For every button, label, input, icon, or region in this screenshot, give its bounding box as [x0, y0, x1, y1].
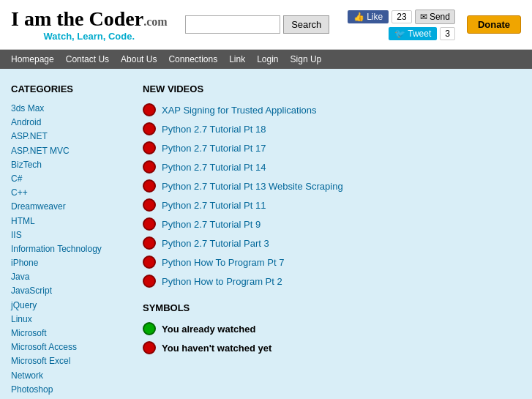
- category-item[interactable]: Microsoft Access: [11, 340, 128, 354]
- videos-heading: NEW VIDEOS: [143, 83, 521, 94]
- category-item[interactable]: iPhone: [11, 256, 128, 270]
- nav-item-connections[interactable]: Connections: [168, 54, 217, 64]
- video-item: Python 2.7 Tutorial Pt 14: [143, 160, 521, 174]
- unwatched-dot: [143, 275, 156, 288]
- tweet-button[interactable]: 🐦 Tweet: [389, 27, 437, 40]
- logo-com-text: .com: [143, 15, 167, 28]
- symbol-label: You already watched: [162, 324, 255, 335]
- main-content: CATEGORIES 3ds MaxAndroidASP.NETASP.NET …: [0, 69, 532, 399]
- send-icon: ✉: [420, 12, 427, 22]
- category-item[interactable]: Microsoft Excel: [11, 354, 128, 368]
- video-link[interactable]: Python How To Program Pt 7: [162, 257, 284, 268]
- nav-item-login[interactable]: Login: [257, 54, 278, 64]
- site-title: I am the Coder.com: [11, 7, 168, 31]
- video-link[interactable]: Python How to Program Pt 2: [162, 276, 282, 287]
- fb-row: 👍 Like 23 ✉ Send: [348, 10, 455, 24]
- nav-item-link[interactable]: Link: [229, 54, 245, 64]
- fb-like-icon: 👍: [353, 12, 364, 22]
- video-item: Python 2.7 Tutorial Pt 9: [143, 217, 521, 231]
- social-area: 👍 Like 23 ✉ Send 🐦 Tweet 3: [348, 10, 455, 40]
- category-item[interactable]: Linux: [11, 313, 128, 327]
- category-item[interactable]: Network: [11, 369, 128, 383]
- video-list: XAP Signing for Trusted ApplicationsPyth…: [143, 103, 521, 288]
- category-item[interactable]: Photoshop: [11, 383, 128, 397]
- category-item[interactable]: ASP.NET: [11, 130, 128, 143]
- facebook-like-button[interactable]: 👍 Like: [348, 10, 389, 23]
- send-label: Send: [430, 12, 450, 22]
- logo-main-text: I am the Coder: [11, 7, 143, 30]
- video-link[interactable]: Python 2.7 Tutorial Pt 14: [162, 162, 266, 173]
- category-item[interactable]: Java: [11, 270, 128, 284]
- videos-area: NEW VIDEOS XAP Signing for Trusted Appli…: [143, 83, 521, 399]
- search-area: Search: [185, 15, 329, 34]
- green-dot: [143, 322, 156, 335]
- logo-area: I am the Coder.com Watch, Learn, Code.: [11, 7, 168, 42]
- tweet-count: 3: [440, 27, 455, 40]
- unwatched-dot: [143, 256, 156, 269]
- video-link[interactable]: XAP Signing for Trusted Applications: [162, 105, 317, 116]
- category-item[interactable]: 3ds Max: [11, 102, 128, 116]
- category-item[interactable]: BizTech: [11, 158, 128, 172]
- category-item[interactable]: JavaScript: [11, 284, 128, 298]
- category-item[interactable]: Dreamweaver: [11, 200, 128, 214]
- video-item: Python 2.7 Tutorial Pt 17: [143, 141, 521, 154]
- video-item: XAP Signing for Trusted Applications: [143, 103, 521, 116]
- symbol-item: You already watched: [143, 322, 521, 335]
- unwatched-dot: [143, 236, 156, 250]
- nav-item-about-us[interactable]: About Us: [121, 54, 157, 64]
- category-item[interactable]: C#: [11, 172, 128, 186]
- video-link[interactable]: Python 2.7 Tutorial Pt 11: [162, 200, 266, 211]
- unwatched-dot: [143, 122, 156, 135]
- category-list: 3ds MaxAndroidASP.NETASP.NET MVCBizTechC…: [11, 102, 128, 399]
- category-item[interactable]: HTML: [11, 215, 128, 228]
- video-item: Python 2.7 Tutorial Pt 18: [143, 122, 521, 135]
- category-item[interactable]: C++: [11, 186, 128, 200]
- symbols-section: SYMBOLS You already watchedYou haven't w…: [143, 302, 521, 354]
- category-item[interactable]: Information Technology: [11, 242, 128, 256]
- unwatched-dot: [143, 179, 156, 193]
- tweet-row: 🐦 Tweet 3: [389, 27, 455, 40]
- fb-like-label: Like: [367, 12, 383, 22]
- fb-count: 23: [391, 10, 411, 23]
- video-item: Python 2.7 Tutorial Pt 11: [143, 198, 521, 212]
- nav-item-contact-us[interactable]: Contact Us: [66, 54, 109, 64]
- navigation: HomepageContact UsAbout UsConnectionsLin…: [0, 50, 532, 69]
- tagline: Watch, Learn, Code.: [11, 31, 168, 42]
- symbol-item: You haven't watched yet: [143, 341, 521, 354]
- category-item[interactable]: jQuery: [11, 299, 128, 313]
- unwatched-dot: [143, 160, 156, 174]
- video-item: Python How To Program Pt 7: [143, 256, 521, 269]
- red-dot: [143, 341, 156, 354]
- video-link[interactable]: Python 2.7 Tutorial Pt 17: [162, 143, 266, 154]
- symbol-list: You already watchedYou haven't watched y…: [143, 322, 521, 354]
- send-button[interactable]: ✉ Send: [415, 10, 455, 24]
- category-item[interactable]: IIS: [11, 228, 128, 242]
- categories-heading: CATEGORIES: [11, 83, 128, 94]
- symbols-heading: SYMBOLS: [143, 302, 521, 313]
- video-item: Python 2.7 Tutorial Pt 13 Website Scrapi…: [143, 179, 521, 193]
- unwatched-dot: [143, 103, 156, 116]
- donate-button[interactable]: Donate: [467, 15, 521, 34]
- header: I am the Coder.com Watch, Learn, Code. S…: [0, 0, 532, 50]
- video-item: Python 2.7 Tutorial Part 3: [143, 236, 521, 250]
- nav-item-homepage[interactable]: Homepage: [11, 54, 54, 64]
- category-item[interactable]: Microsoft: [11, 327, 128, 340]
- tweet-label: Tweet: [408, 29, 431, 39]
- sidebar: CATEGORIES 3ds MaxAndroidASP.NETASP.NET …: [11, 83, 128, 399]
- search-input[interactable]: [185, 15, 280, 34]
- category-item[interactable]: Android: [11, 116, 128, 130]
- category-item[interactable]: ASP.NET MVC: [11, 144, 128, 158]
- video-item: Python How to Program Pt 2: [143, 275, 521, 288]
- unwatched-dot: [143, 217, 156, 231]
- video-link[interactable]: Python 2.7 Tutorial Pt 9: [162, 219, 261, 230]
- nav-item-sign-up[interactable]: Sign Up: [291, 54, 322, 64]
- unwatched-dot: [143, 141, 156, 154]
- symbol-label: You haven't watched yet: [162, 343, 271, 354]
- video-link[interactable]: Python 2.7 Tutorial Pt 18: [162, 124, 266, 135]
- tweet-icon: 🐦: [394, 29, 405, 39]
- video-link[interactable]: Python 2.7 Tutorial Part 3: [162, 238, 269, 249]
- video-link[interactable]: Python 2.7 Tutorial Pt 13 Website Scrapi…: [162, 181, 343, 192]
- unwatched-dot: [143, 198, 156, 212]
- search-button[interactable]: Search: [283, 15, 329, 34]
